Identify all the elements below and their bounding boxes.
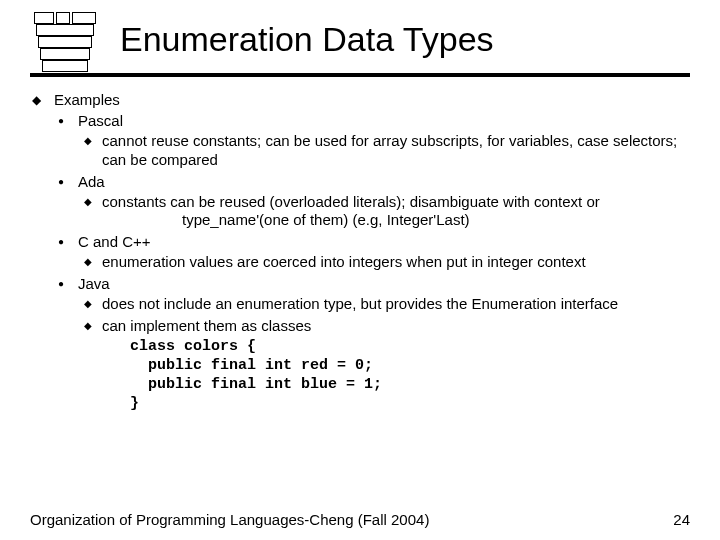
bullet-pascal-detail: cannot reuse constants; can be used for … (30, 132, 690, 170)
layered-logo (30, 12, 100, 67)
java-code-block: class colors { public final int red = 0;… (30, 338, 690, 413)
bullet-examples: Examples (30, 91, 690, 108)
slide-header: Enumeration Data Types (30, 12, 690, 77)
bullet-java-detail2: can implement them as classes (30, 317, 690, 336)
bullet-java: Java (30, 275, 690, 292)
bullet-ccpp-detail: enumeration values are coerced into inte… (30, 253, 690, 272)
slide-footer: Organization of Programming Languages-Ch… (30, 511, 690, 528)
bullet-ccpp: C and C++ (30, 233, 690, 250)
ada-line2: type_name'(one of them) (e.g, Integer'La… (102, 211, 470, 230)
slide-content: Examples Pascal cannot reuse constants; … (30, 91, 690, 413)
bullet-ada: Ada (30, 173, 690, 190)
footer-text: Organization of Programming Languages-Ch… (30, 511, 429, 528)
page-number: 24 (673, 511, 690, 528)
bullet-pascal: Pascal (30, 112, 690, 129)
bullet-ada-detail: constants can be reused (overloaded lite… (30, 193, 690, 231)
slide-title: Enumeration Data Types (120, 20, 494, 59)
bullet-java-detail1: does not include an enumeration type, bu… (30, 295, 690, 314)
ada-line1: constants can be reused (overloaded lite… (102, 193, 600, 210)
